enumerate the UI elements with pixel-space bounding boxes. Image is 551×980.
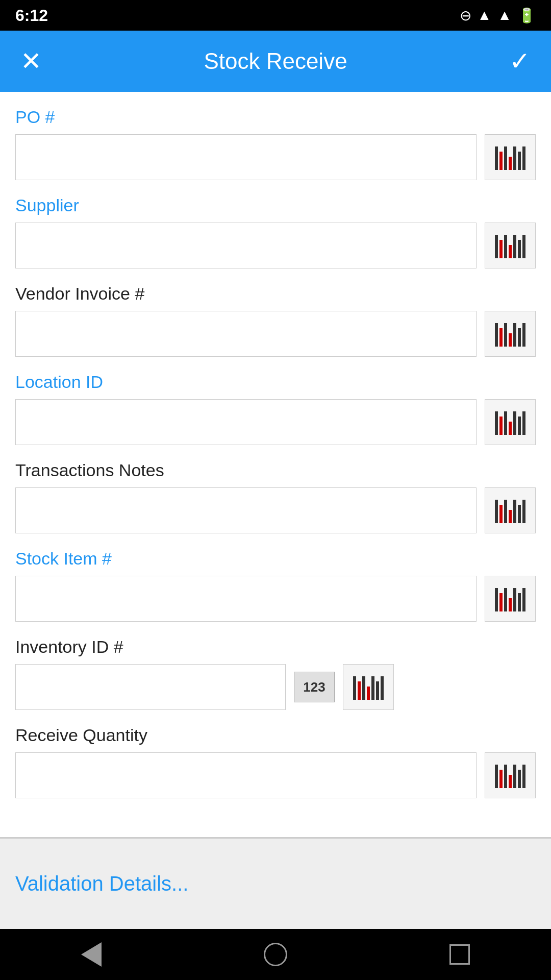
vendor-invoice-scan-button[interactable]	[485, 311, 536, 357]
back-button[interactable]	[81, 942, 102, 967]
close-button[interactable]: ✕	[15, 43, 47, 79]
barcode-icon	[495, 763, 525, 788]
po-number-label: PO #	[15, 107, 536, 127]
do-not-disturb-icon: ⊖	[460, 7, 471, 24]
location-id-label: Location ID	[15, 372, 536, 392]
stock-item-label: Stock Item #	[15, 549, 536, 569]
barcode-icon	[495, 144, 525, 170]
transaction-notes-field-group: Transactions Notes	[15, 460, 536, 533]
po-number-scan-button[interactable]	[485, 134, 536, 180]
transaction-notes-label: Transactions Notes	[15, 460, 536, 480]
po-number-input[interactable]	[15, 134, 477, 180]
supplier-scan-button[interactable]	[485, 223, 536, 268]
battery-icon: 🔋	[518, 7, 536, 24]
home-icon	[264, 943, 287, 966]
inventory-id-label: Inventory ID #	[15, 637, 536, 657]
location-id-field-group: Location ID	[15, 372, 536, 445]
location-id-input[interactable]	[15, 399, 477, 445]
po-number-row	[15, 134, 536, 180]
supplier-input[interactable]	[15, 223, 477, 268]
stock-item-field-group: Stock Item #	[15, 549, 536, 622]
receive-quantity-label: Receive Quantity	[15, 725, 536, 745]
validation-details-text: Validation Details...	[15, 872, 188, 895]
back-icon	[81, 942, 102, 967]
stock-item-row	[15, 576, 536, 622]
status-icons: ⊖ ▲ ▲ 🔋	[460, 7, 536, 24]
vendor-invoice-label: Vendor Invoice #	[15, 284, 536, 304]
receive-quantity-scan-button[interactable]	[485, 752, 536, 798]
stock-item-input[interactable]	[15, 576, 477, 622]
supplier-label: Supplier	[15, 195, 536, 215]
main-content: PO # Supplier	[0, 92, 551, 837]
barcode-icon	[353, 674, 384, 700]
inventory-id-scan-button[interactable]	[343, 664, 394, 710]
inventory-id-field-group: Inventory ID # 123	[15, 637, 536, 710]
wifi-icon: ▲	[478, 7, 492, 23]
location-id-scan-button[interactable]	[485, 399, 536, 445]
barcode-icon	[495, 586, 525, 611]
recent-icon	[449, 944, 470, 965]
receive-quantity-input[interactable]	[15, 752, 477, 798]
home-button[interactable]	[264, 943, 287, 966]
barcode-icon	[495, 498, 525, 523]
stock-item-scan-button[interactable]	[485, 576, 536, 622]
receive-quantity-field-group: Receive Quantity	[15, 725, 536, 798]
confirm-button[interactable]: ✓	[504, 43, 536, 79]
supplier-field-group: Supplier	[15, 195, 536, 268]
po-number-field-group: PO #	[15, 107, 536, 180]
status-time: 6:12	[15, 6, 48, 25]
vendor-invoice-input[interactable]	[15, 311, 477, 357]
transaction-notes-scan-button[interactable]	[485, 487, 536, 533]
barcode-icon	[495, 321, 525, 347]
page-title: Stock Receive	[47, 48, 504, 74]
navigation-bar	[0, 929, 551, 980]
transaction-notes-row	[15, 487, 536, 533]
status-bar: 6:12 ⊖ ▲ ▲ 🔋	[0, 0, 551, 31]
receive-quantity-row	[15, 752, 536, 798]
recent-button[interactable]	[449, 944, 470, 965]
vendor-invoice-field-group: Vendor Invoice #	[15, 284, 536, 357]
transaction-notes-input[interactable]	[15, 487, 477, 533]
barcode-icon	[495, 233, 525, 258]
inventory-id-row: 123	[15, 664, 536, 710]
location-id-row	[15, 399, 536, 445]
supplier-row	[15, 223, 536, 268]
inventory-id-input[interactable]	[15, 664, 286, 710]
header: ✕ Stock Receive ✓	[0, 31, 551, 92]
barcode-icon	[495, 409, 525, 435]
validation-section[interactable]: Validation Details...	[0, 837, 551, 929]
signal-icon: ▲	[497, 7, 512, 23]
vendor-invoice-row	[15, 311, 536, 357]
numeric-keyboard-badge[interactable]: 123	[294, 672, 335, 702]
